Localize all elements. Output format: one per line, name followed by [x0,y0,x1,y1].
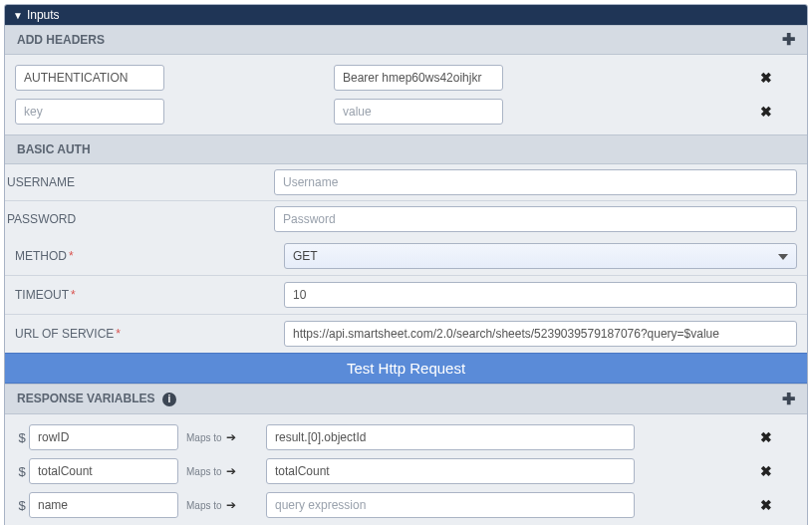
response-variables-section-header: RESPONSE VARIABLES i ✚ [5,384,807,414]
response-name-input[interactable] [29,492,178,518]
arrow-right-icon: ➔ [226,430,236,444]
required-mark: * [69,249,74,263]
header-key-input[interactable] [15,99,164,125]
add-header-button[interactable]: ✚ [782,34,795,46]
url-label: URL OF SERVICE [15,327,114,341]
basic-auth-title: BASIC AUTH [17,142,91,156]
arrow-right-icon: ➔ [226,498,236,512]
timeout-input[interactable] [284,282,797,308]
remove-header-button[interactable]: ✖ [760,70,772,86]
maps-to-label: Maps to ➔ [186,498,266,512]
dollar-sign: $ [15,430,29,445]
method-select[interactable]: GET [284,243,797,269]
inputs-panel: ▼ Inputs ADD HEADERS ✚ ✖ ✖ BASIC A [4,4,808,525]
method-label: METHOD [15,249,67,263]
test-button-label: Test Http Request [347,360,465,377]
response-row: $ Maps to ➔ ✖ [15,488,797,522]
password-input[interactable] [274,206,797,232]
required-mark: * [71,288,76,302]
test-http-request-button[interactable]: Test Http Request [5,353,807,384]
request-settings: METHOD* GET TIMEOUT* URL OF SERVICE* [5,237,807,353]
add-headers-title: ADD HEADERS [17,33,105,47]
add-headers-section-header: ADD HEADERS ✚ [5,25,807,55]
arrow-right-icon: ➔ [226,464,236,478]
maps-to-label: Maps to ➔ [186,464,266,478]
maps-to-label: Maps to ➔ [186,430,266,444]
url-input[interactable] [284,321,797,347]
username-input[interactable] [274,169,797,195]
dollar-sign: $ [15,464,29,479]
required-mark: * [116,327,121,341]
add-headers-body: ✖ ✖ [5,55,807,134]
remove-header-button[interactable]: ✖ [760,104,772,120]
add-response-variable-button[interactable]: ✚ [782,394,795,405]
basic-auth-section-header: BASIC AUTH [5,134,807,164]
password-label: PASSWORD [5,204,274,234]
username-label: USERNAME [5,167,274,197]
response-row: $ Maps to ➔ ✖ [15,454,797,488]
header-value-input[interactable] [334,65,503,91]
remove-response-button[interactable]: ✖ [760,463,772,479]
response-expression-input[interactable] [266,492,635,518]
response-expression-input[interactable] [266,458,635,484]
header-value-input[interactable] [334,99,503,125]
info-icon[interactable]: i [162,393,176,406]
remove-response-button[interactable]: ✖ [760,497,772,513]
panel-titlebar[interactable]: ▼ Inputs [5,5,807,25]
caret-down-icon: ▼ [13,10,23,21]
header-row: ✖ [15,61,797,95]
dollar-sign: $ [15,498,29,513]
response-name-input[interactable] [29,458,178,484]
remove-response-button[interactable]: ✖ [760,429,772,445]
header-key-input[interactable] [15,65,164,91]
panel-title: Inputs [27,8,60,22]
response-variables-title: RESPONSE VARIABLES [17,392,154,405]
timeout-label: TIMEOUT [15,288,69,302]
response-name-input[interactable] [29,424,178,450]
response-row: $ Maps to ➔ ✖ [15,420,797,454]
response-variables-body: $ Maps to ➔ ✖ $ Maps to ➔ [5,414,807,525]
basic-auth-body: USERNAME PASSWORD [5,164,807,237]
header-row: ✖ [15,95,797,129]
response-expression-input[interactable] [266,424,635,450]
